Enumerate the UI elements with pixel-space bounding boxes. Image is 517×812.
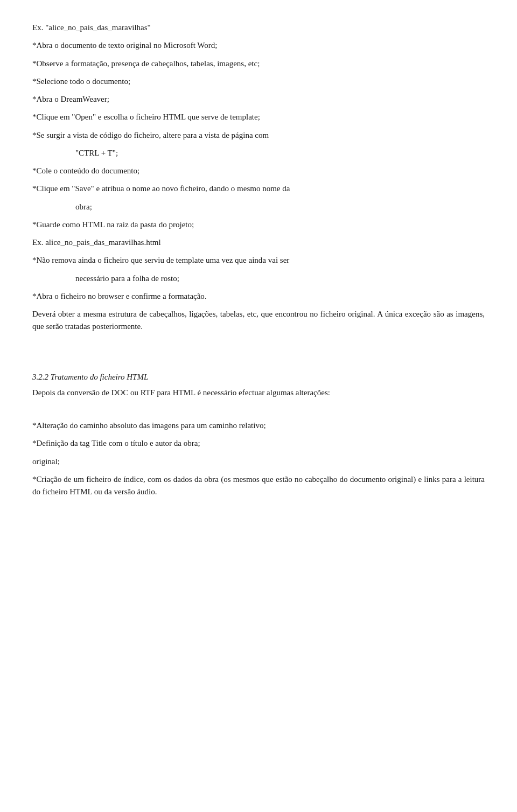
change-image-paths: *Alteração do caminho absoluto das image…	[32, 419, 485, 432]
step-switch-view: *Se surgir a vista de código do ficheiro…	[32, 129, 485, 142]
section-322-intro: Depois da conversão de DOC ou RTF para H…	[32, 387, 485, 399]
step-save-file-cont: obra;	[32, 201, 485, 213]
step-open-dreamweaver: *Abra o DreamWeaver;	[32, 93, 485, 106]
example-filename: Ex. "alice_no_pais_das_maravilhas"	[32, 22, 485, 34]
step-keep-template: *Não remova ainda o ficheiro que serviu …	[32, 254, 485, 267]
spacer-2	[32, 404, 485, 419]
step-save-file: *Clique em "Save" e atribua o nome ao no…	[32, 183, 485, 195]
main-content: Ex. "alice_no_pais_das_maravilhas" *Abra…	[32, 22, 485, 498]
note-same-structure: Deverá obter a mesma estrutura de cabeça…	[32, 308, 485, 333]
spacer-1	[32, 339, 485, 354]
step-select-all: *Selecione todo o documento;	[32, 75, 485, 88]
step-save-html: *Guarde como HTML na raiz da pasta do pr…	[32, 219, 485, 231]
step-keep-template-cont: necessário para a folha de rosto;	[32, 272, 485, 285]
step-open-browser: *Abra o ficheiro no browser e confirme a…	[32, 290, 485, 303]
example-html-filename: Ex. alice_no_pais_das_maravilhas.html	[32, 236, 485, 249]
step-open-html-template: *Clique em "Open" e escolha o ficheiro H…	[32, 111, 485, 123]
section-322-heading: 3.2.2 Tratamento do ficheiro HTML	[32, 371, 485, 383]
step-switch-view-shortcut: "CTRL + T";	[32, 147, 485, 159]
change-title-tag: *Definição da tag Title com o título e a…	[32, 437, 485, 450]
step-observe-format: *Observe a formatação, presença de cabeç…	[32, 58, 485, 70]
create-index-file: *Criação de um ficheiro de índice, com o…	[32, 473, 485, 499]
step-paste-content: *Cole o conteúdo do documento;	[32, 165, 485, 177]
step-open-word: *Abra o documento de texto original no M…	[32, 39, 485, 52]
original-label: original;	[32, 456, 485, 468]
